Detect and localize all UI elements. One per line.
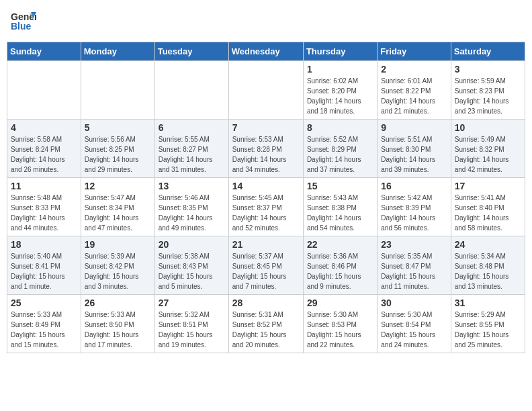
- calendar-cell: 29Sunrise: 5:30 AM Sunset: 8:53 PM Dayli…: [303, 295, 377, 353]
- day-number: 15: [307, 181, 373, 191]
- day-info: Sunrise: 5:47 AM Sunset: 8:34 PM Dayligh…: [85, 193, 151, 233]
- calendar-cell: [7, 61, 81, 120]
- svg-text:Blue: Blue: [11, 21, 32, 32]
- day-number: 10: [455, 122, 521, 133]
- day-info: Sunrise: 5:29 AM Sunset: 8:55 PM Dayligh…: [455, 310, 521, 350]
- calendar-cell: 27Sunrise: 5:32 AM Sunset: 8:51 PM Dayli…: [154, 295, 228, 353]
- day-number: 14: [232, 181, 300, 191]
- calendar-cell: 20Sunrise: 5:38 AM Sunset: 8:43 PM Dayli…: [154, 236, 228, 295]
- day-number: 24: [455, 239, 521, 250]
- calendar-header-friday: Friday: [378, 42, 451, 61]
- calendar-cell: [81, 61, 154, 120]
- calendar-cell: 9Sunrise: 5:51 AM Sunset: 8:30 PM Daylig…: [378, 120, 451, 178]
- day-number: 4: [11, 122, 77, 133]
- calendar-cell: 28Sunrise: 5:31 AM Sunset: 8:52 PM Dayli…: [228, 295, 303, 353]
- day-info: Sunrise: 5:32 AM Sunset: 8:51 PM Dayligh…: [159, 310, 225, 350]
- day-info: Sunrise: 5:34 AM Sunset: 8:48 PM Dayligh…: [455, 251, 521, 291]
- calendar-cell: 15Sunrise: 5:43 AM Sunset: 8:38 PM Dayli…: [303, 178, 377, 236]
- day-number: 1: [307, 64, 373, 75]
- day-info: Sunrise: 5:41 AM Sunset: 8:40 PM Dayligh…: [455, 193, 521, 233]
- day-number: 23: [381, 239, 447, 250]
- day-number: 19: [85, 239, 151, 250]
- day-info: Sunrise: 5:53 AM Sunset: 8:28 PM Dayligh…: [232, 134, 300, 175]
- day-number: 22: [307, 239, 373, 250]
- day-info: Sunrise: 5:31 AM Sunset: 8:52 PM Dayligh…: [232, 310, 300, 350]
- calendar-cell: 5Sunrise: 5:56 AM Sunset: 8:25 PM Daylig…: [81, 120, 154, 178]
- day-number: 5: [85, 122, 151, 133]
- calendar-header-thursday: Thursday: [303, 42, 377, 61]
- day-number: 8: [307, 122, 373, 133]
- day-info: Sunrise: 5:30 AM Sunset: 8:53 PM Dayligh…: [307, 310, 373, 350]
- day-info: Sunrise: 5:55 AM Sunset: 8:27 PM Dayligh…: [159, 134, 225, 175]
- page-container: General Blue SundayMondayTuesdayWednesda…: [7, 7, 525, 353]
- calendar-cell: 12Sunrise: 5:47 AM Sunset: 8:34 PM Dayli…: [81, 178, 154, 236]
- day-info: Sunrise: 5:37 AM Sunset: 8:45 PM Dayligh…: [232, 251, 300, 291]
- day-info: Sunrise: 5:45 AM Sunset: 8:37 PM Dayligh…: [232, 193, 300, 233]
- calendar-cell: 18Sunrise: 5:40 AM Sunset: 8:41 PM Dayli…: [7, 236, 81, 295]
- day-info: Sunrise: 6:02 AM Sunset: 8:20 PM Dayligh…: [307, 76, 373, 116]
- calendar-cell: 6Sunrise: 5:55 AM Sunset: 8:27 PM Daylig…: [154, 120, 228, 178]
- calendar-cell: 4Sunrise: 5:58 AM Sunset: 8:24 PM Daylig…: [7, 120, 81, 178]
- calendar-cell: 1Sunrise: 6:02 AM Sunset: 8:20 PM Daylig…: [303, 61, 377, 120]
- calendar-header-monday: Monday: [81, 42, 154, 61]
- day-info: Sunrise: 5:42 AM Sunset: 8:39 PM Dayligh…: [381, 193, 447, 233]
- calendar-cell: 30Sunrise: 5:30 AM Sunset: 8:54 PM Dayli…: [378, 295, 451, 353]
- day-info: Sunrise: 5:36 AM Sunset: 8:46 PM Dayligh…: [307, 251, 373, 291]
- calendar-cell: 25Sunrise: 5:33 AM Sunset: 8:49 PM Dayli…: [7, 295, 81, 353]
- day-number: 28: [232, 298, 300, 308]
- calendar-header-wednesday: Wednesday: [228, 42, 303, 61]
- calendar-week-row: 11Sunrise: 5:48 AM Sunset: 8:33 PM Dayli…: [7, 178, 525, 236]
- calendar-table: SundayMondayTuesdayWednesdayThursdayFrid…: [7, 42, 525, 353]
- day-number: 18: [11, 239, 77, 250]
- day-number: 29: [307, 298, 373, 308]
- calendar-cell: 13Sunrise: 5:46 AM Sunset: 8:35 PM Dayli…: [154, 178, 228, 236]
- calendar-cell: 3Sunrise: 5:59 AM Sunset: 8:23 PM Daylig…: [451, 61, 525, 120]
- day-number: 7: [232, 122, 300, 133]
- day-number: 16: [381, 181, 447, 191]
- day-number: 3: [455, 64, 521, 75]
- calendar-cell: 26Sunrise: 5:33 AM Sunset: 8:50 PM Dayli…: [81, 295, 154, 353]
- calendar-week-row: 25Sunrise: 5:33 AM Sunset: 8:49 PM Dayli…: [7, 295, 525, 353]
- calendar-cell: 23Sunrise: 5:35 AM Sunset: 8:47 PM Dayli…: [378, 236, 451, 295]
- calendar-cell: 2Sunrise: 6:01 AM Sunset: 8:22 PM Daylig…: [378, 61, 451, 120]
- calendar-week-row: 1Sunrise: 6:02 AM Sunset: 8:20 PM Daylig…: [7, 61, 525, 120]
- day-info: Sunrise: 5:49 AM Sunset: 8:32 PM Dayligh…: [455, 134, 521, 175]
- day-number: 17: [455, 181, 521, 191]
- logo: General Blue: [9, 7, 36, 36]
- day-info: Sunrise: 5:40 AM Sunset: 8:41 PM Dayligh…: [11, 251, 77, 291]
- day-number: 21: [232, 239, 300, 250]
- day-info: Sunrise: 5:48 AM Sunset: 8:33 PM Dayligh…: [11, 193, 77, 233]
- day-number: 12: [85, 181, 151, 191]
- day-info: Sunrise: 5:39 AM Sunset: 8:42 PM Dayligh…: [85, 251, 151, 291]
- day-info: Sunrise: 5:33 AM Sunset: 8:50 PM Dayligh…: [85, 310, 151, 350]
- calendar-header-saturday: Saturday: [451, 42, 525, 61]
- calendar-header-row: SundayMondayTuesdayWednesdayThursdayFrid…: [7, 42, 525, 61]
- calendar-cell: 8Sunrise: 5:52 AM Sunset: 8:29 PM Daylig…: [303, 120, 377, 178]
- day-number: 11: [11, 181, 77, 191]
- calendar-cell: 21Sunrise: 5:37 AM Sunset: 8:45 PM Dayli…: [228, 236, 303, 295]
- calendar-week-row: 4Sunrise: 5:58 AM Sunset: 8:24 PM Daylig…: [7, 120, 525, 178]
- day-number: 2: [381, 64, 447, 75]
- day-info: Sunrise: 5:46 AM Sunset: 8:35 PM Dayligh…: [159, 193, 225, 233]
- calendar-cell: [228, 61, 303, 120]
- day-info: Sunrise: 5:33 AM Sunset: 8:49 PM Dayligh…: [11, 310, 77, 350]
- day-info: Sunrise: 5:51 AM Sunset: 8:30 PM Dayligh…: [381, 134, 447, 175]
- day-number: 25: [11, 298, 77, 308]
- calendar-cell: 24Sunrise: 5:34 AM Sunset: 8:48 PM Dayli…: [451, 236, 525, 295]
- day-info: Sunrise: 5:59 AM Sunset: 8:23 PM Dayligh…: [455, 76, 521, 116]
- day-info: Sunrise: 5:30 AM Sunset: 8:54 PM Dayligh…: [381, 310, 447, 350]
- calendar-header-tuesday: Tuesday: [154, 42, 228, 61]
- day-info: Sunrise: 5:52 AM Sunset: 8:29 PM Dayligh…: [307, 134, 373, 175]
- calendar-cell: 11Sunrise: 5:48 AM Sunset: 8:33 PM Dayli…: [7, 178, 81, 236]
- day-number: 9: [381, 122, 447, 133]
- day-number: 31: [455, 298, 521, 308]
- calendar-cell: 31Sunrise: 5:29 AM Sunset: 8:55 PM Dayli…: [451, 295, 525, 353]
- calendar-cell: 7Sunrise: 5:53 AM Sunset: 8:28 PM Daylig…: [228, 120, 303, 178]
- logo-graphic: General Blue: [9, 7, 36, 36]
- header: General Blue: [7, 7, 525, 36]
- calendar-cell: 14Sunrise: 5:45 AM Sunset: 8:37 PM Dayli…: [228, 178, 303, 236]
- day-number: 26: [85, 298, 151, 308]
- day-number: 27: [159, 298, 225, 308]
- day-number: 30: [381, 298, 447, 308]
- calendar-cell: 16Sunrise: 5:42 AM Sunset: 8:39 PM Dayli…: [378, 178, 451, 236]
